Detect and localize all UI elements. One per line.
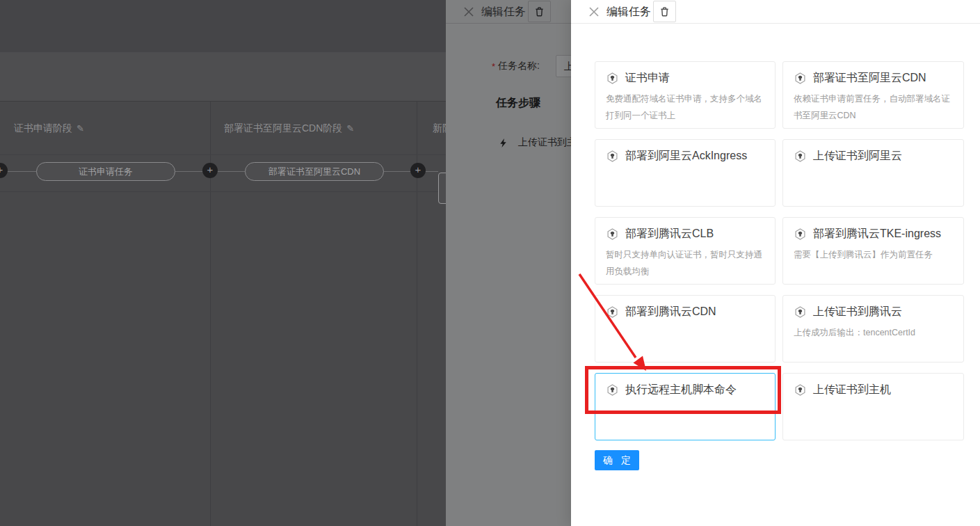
task-type-card[interactable]: 证书申请 免费通配符域名证书申请，支持多个域名打到同一个证书上 [595,61,776,129]
stage-title: 证书申请阶段✎ [14,122,84,135]
delete-task-button[interactable] [653,1,676,22]
edit-task-drawer-dimmed: 编辑任务 * 任务名称: 上 任务步骤 上传证书到主机 [446,0,571,526]
task-type-card[interactable]: 部署到腾讯云TKE-ingress 需要【上传到腾讯云】作为前置任务 [782,217,964,285]
task-type-card[interactable]: 部署证书至阿里云CDN 依赖证书申请前置任务，自动部署域名证书至阿里云CDN [782,61,964,129]
task-card-title: 部署到腾讯云CDN [625,305,716,319]
plugin-badge-icon [794,383,807,397]
task-name-field-label: * 任务名称: [492,55,540,77]
edit-task-drawer: 编辑任务 证书申请 免费通配符域名证书申请，支持多个域名打到同一个证书上 部署证… [571,0,980,526]
add-task-button[interactable]: + [202,163,218,178]
new-task-box-partial[interactable] [438,173,446,204]
app-top-bar [0,0,446,52]
drawer-header: 编辑任务 [446,0,571,24]
lightning-icon [498,138,508,148]
task-type-card[interactable]: 执行远程主机脚本命令 [595,373,776,440]
task-card-title: 上传证书到阿里云 [813,149,902,164]
drawer-title: 编辑任务 [481,5,526,19]
task-card-description: 需要【上传到腾讯云】作为前置任务 [794,246,953,263]
plugin-badge-icon [606,383,619,397]
stage-title: 新阶段✎ [433,122,446,135]
task-card-description: 暂时只支持单向认证证书，暂时只支持通用负载均衡 [606,246,764,280]
task-card-title: 证书申请 [625,71,670,86]
delete-task-button[interactable] [528,1,551,22]
stage-title-label: 证书申请阶段 [14,122,72,134]
task-type-card[interactable]: 上传证书到阿里云 [782,139,964,207]
stage-title-label: 部署证书至阿里云CDN阶段 [224,122,342,134]
drawer-header: 编辑任务 [571,0,980,24]
pipeline-canvas: 证书申请阶段✎证书申请任务部署证书至阿里云CDN阶段✎部署证书至阿里云CDN新阶… [0,101,446,526]
task-type-card[interactable]: 上传证书到腾讯云 上传成功后输出：tencentCertId [782,295,964,362]
task-card-description: 依赖证书申请前置任务，自动部署域名证书至阿里云CDN [794,90,953,125]
close-icon[interactable] [588,6,600,17]
plugin-badge-icon [606,72,619,85]
task-card-title: 上传证书到腾讯云 [813,305,902,319]
drawer-title: 编辑任务 [607,5,651,19]
task-type-card[interactable]: 上传证书到主机 [782,373,964,440]
task-step-label: 上传证书到主机 [518,136,571,149]
task-type-card[interactable]: 部署到阿里云AckIngress [595,139,776,207]
plugin-badge-icon [794,228,807,241]
task-pill[interactable]: 证书申请任务 [36,162,175,181]
task-type-card[interactable]: 部署到腾讯云CDN [595,295,776,362]
task-pill[interactable]: 部署证书至阿里云CDN [245,162,384,181]
edit-icon[interactable]: ✎ [77,123,84,134]
stage-title: 部署证书至阿里云CDN阶段✎ [224,122,354,135]
plugin-badge-icon [606,150,619,163]
task-card-title: 上传证书到主机 [813,383,891,397]
task-card-title: 部署到腾讯云CLB [625,227,714,241]
task-card-title: 部署到腾讯云TKE-ingress [813,227,941,241]
background-app: 证书申请阶段✎证书申请任务部署证书至阿里云CDN阶段✎部署证书至阿里云CDN新阶… [0,0,446,526]
edit-icon[interactable]: ✎ [346,123,354,134]
task-card-title: 部署到阿里云AckIngress [625,149,747,164]
task-steps-heading: 任务步骤 [496,96,540,111]
close-icon[interactable] [463,6,474,17]
add-task-button[interactable]: + [410,163,426,178]
stage-title-label: 新阶段 [433,122,446,134]
trash-icon [534,6,545,17]
app-toolbar [0,52,446,101]
required-asterisk: * [492,61,495,72]
task-card-title: 执行远程主机脚本命令 [625,383,737,397]
plugin-badge-icon [606,305,619,319]
plugin-badge-icon [794,150,807,163]
task-step-item[interactable]: 上传证书到主机 [498,136,571,149]
confirm-button[interactable]: 确 定 [595,450,639,470]
plugin-badge-icon [606,228,619,241]
plugin-badge-icon [794,72,807,85]
task-card-description: 免费通配符域名证书申请，支持多个域名打到同一个证书上 [606,90,764,125]
plugin-badge-icon [794,305,807,319]
task-type-card-grid: 证书申请 免费通配符域名证书申请，支持多个域名打到同一个证书上 部署证书至阿里云… [595,61,964,440]
task-type-card[interactable]: 部署到腾讯云CLB 暂时只支持单向认证证书，暂时只支持通用负载均衡 [595,217,776,285]
task-card-description: 上传成功后输出：tencentCertId [794,324,953,341]
trash-icon [659,6,670,17]
task-name-input[interactable]: 上 [556,55,571,77]
task-card-title: 部署证书至阿里云CDN [813,71,926,86]
